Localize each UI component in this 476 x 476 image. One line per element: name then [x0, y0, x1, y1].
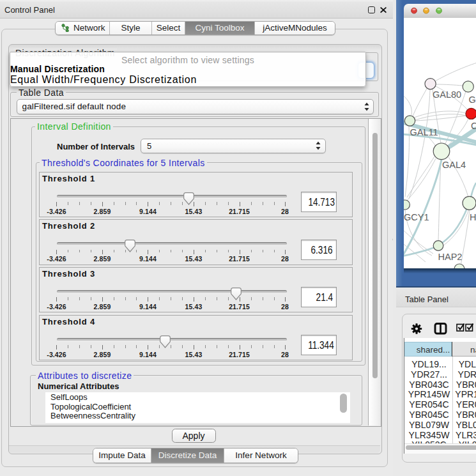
svg-text:H: H — [470, 212, 476, 222]
svg-text:HAP2: HAP2 — [438, 252, 463, 262]
svg-text:G.: G. — [469, 95, 476, 105]
svg-text:GAL80: GAL80 — [433, 89, 461, 99]
svg-text:GAL4: GAL4 — [442, 159, 466, 169]
svg-text:GAL11: GAL11 — [410, 127, 438, 137]
svg-text:GCY1: GCY1 — [404, 212, 429, 222]
svg-text:C: C — [471, 121, 476, 131]
